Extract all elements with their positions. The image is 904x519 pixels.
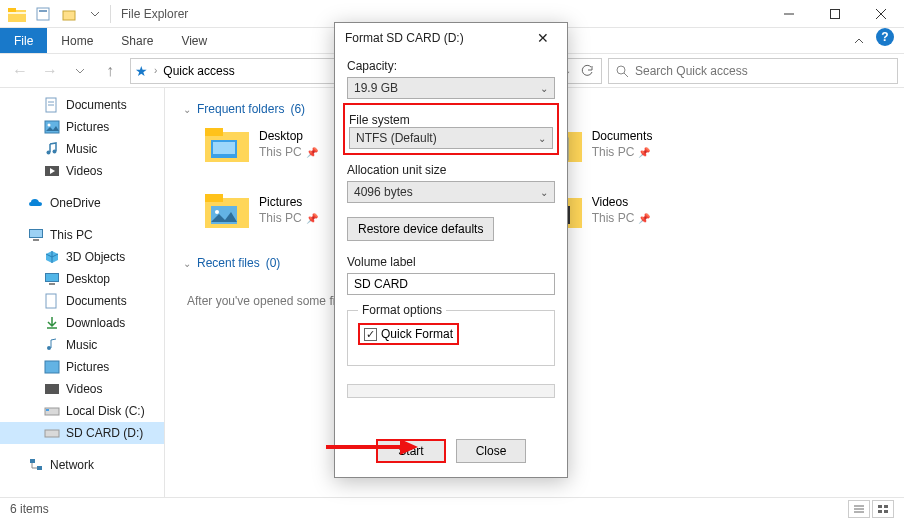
drive-icon: [44, 425, 60, 441]
section-title: Recent files: [197, 256, 260, 270]
sidebar-item-label: Network: [50, 458, 94, 472]
sidebar-item-label: Downloads: [66, 316, 125, 330]
folder-name: Pictures: [259, 195, 318, 211]
search-input[interactable]: [635, 64, 891, 78]
view-large-icons-button[interactable]: [872, 500, 894, 518]
restore-defaults-button[interactable]: Restore device defaults: [347, 217, 494, 241]
chevron-right-icon: ›: [154, 65, 157, 76]
refresh-button[interactable]: [577, 57, 597, 85]
sidebar-item-thispc[interactable]: This PC: [0, 224, 164, 246]
chevron-down-icon: ⌄: [538, 133, 546, 144]
svg-rect-4: [39, 10, 47, 12]
section-count: (6): [290, 102, 305, 116]
svg-rect-62: [878, 510, 882, 513]
sidebar-item-network[interactable]: Network: [0, 454, 164, 476]
search-icon: [615, 64, 629, 78]
pin-icon: 📌: [306, 213, 318, 224]
folder-sub: This PC: [592, 145, 635, 159]
folder-name: Desktop: [259, 129, 318, 145]
window-title: File Explorer: [121, 7, 188, 21]
sidebar-item-sd-card-d[interactable]: SD CARD (D:): [0, 422, 164, 444]
qat-new-folder-icon[interactable]: [58, 3, 80, 25]
sidebar-item-documents[interactable]: Documents: [0, 94, 164, 116]
volume-label-input[interactable]: [347, 273, 555, 295]
close-button[interactable]: Close: [456, 439, 526, 463]
pin-icon: 📌: [638, 147, 650, 158]
sidebar-item-downloads[interactable]: Downloads: [0, 312, 164, 334]
sidebar-item-label: Videos: [66, 382, 102, 396]
sidebar-item-label: Videos: [66, 164, 102, 178]
svg-rect-2: [8, 12, 26, 14]
sidebar-item-music[interactable]: Music: [0, 138, 164, 160]
folder-name: Documents: [592, 129, 653, 145]
maximize-button[interactable]: [812, 0, 858, 28]
sidebar-item-videos[interactable]: Videos: [0, 160, 164, 182]
folder-sub: This PC: [592, 211, 635, 225]
quick-access-toolbar: [32, 3, 106, 25]
sidebar-item-pc-music[interactable]: Music: [0, 334, 164, 356]
svg-rect-63: [884, 510, 888, 513]
qat-properties-icon[interactable]: [32, 3, 54, 25]
onedrive-icon: [28, 195, 44, 211]
sidebar-item-label: Documents: [66, 294, 127, 308]
sidebar-item-pc-videos[interactable]: Videos: [0, 378, 164, 400]
svg-point-28: [47, 346, 51, 350]
close-button[interactable]: [858, 0, 904, 28]
back-button[interactable]: ←: [6, 57, 34, 85]
svg-rect-7: [831, 9, 840, 18]
tab-share[interactable]: Share: [107, 28, 167, 53]
svg-point-43: [215, 210, 219, 214]
svg-rect-30: [45, 384, 59, 394]
format-options-group: Format options ✓ Quick Format: [347, 303, 555, 366]
filesystem-select[interactable]: NTFS (Default)⌄: [349, 127, 553, 149]
allocation-select[interactable]: 4096 bytes⌄: [347, 181, 555, 203]
minimize-button[interactable]: [766, 0, 812, 28]
music-icon: [44, 141, 60, 157]
explorer-icon: [8, 6, 26, 22]
sidebar-item-label: OneDrive: [50, 196, 101, 210]
sidebar-item-label: Pictures: [66, 360, 109, 374]
sidebar-item-label: SD CARD (D:): [66, 426, 143, 440]
folder-icon: [205, 192, 249, 230]
recent-locations-button[interactable]: [66, 57, 94, 85]
qat-dropdown-icon[interactable]: [84, 3, 106, 25]
up-button[interactable]: ↑: [96, 57, 124, 85]
tab-home[interactable]: Home: [47, 28, 107, 53]
tab-view[interactable]: View: [167, 28, 221, 53]
svg-rect-21: [30, 230, 42, 237]
sidebar-item-onedrive[interactable]: OneDrive: [0, 192, 164, 214]
sidebar-item-label: Desktop: [66, 272, 110, 286]
tab-file[interactable]: File: [0, 28, 47, 53]
search-box[interactable]: [608, 58, 898, 84]
folder-item-desktop[interactable]: DesktopThis PC📌: [205, 126, 318, 164]
folder-item-pictures[interactable]: PicturesThis PC📌: [205, 192, 318, 230]
sidebar-item-local-disk-c[interactable]: Local Disk (C:): [0, 400, 164, 422]
filesystem-value: NTFS (Default): [356, 131, 437, 145]
svg-rect-37: [205, 128, 223, 136]
sidebar-item-3dobjects[interactable]: 3D Objects: [0, 246, 164, 268]
svg-rect-24: [46, 274, 58, 281]
sidebar-item-desktop[interactable]: Desktop: [0, 268, 164, 290]
svg-rect-22: [33, 239, 39, 241]
quick-format-checkbox[interactable]: ✓ Quick Format: [364, 327, 453, 341]
sidebar-item-label: This PC: [50, 228, 93, 242]
svg-rect-26: [46, 294, 56, 308]
sidebar-item-pc-documents[interactable]: Documents: [0, 290, 164, 312]
forward-button[interactable]: →: [36, 57, 64, 85]
dialog-title: Format SD CARD (D:): [345, 31, 464, 45]
svg-point-10: [617, 66, 625, 74]
view-details-button[interactable]: [848, 500, 870, 518]
help-icon[interactable]: ?: [876, 28, 894, 46]
sidebar-item-pictures[interactable]: Pictures: [0, 116, 164, 138]
dialog-close-button[interactable]: ✕: [529, 27, 557, 49]
desktop-icon: [44, 271, 60, 287]
section-title: Frequent folders: [197, 102, 284, 116]
sidebar-item-label: Music: [66, 338, 97, 352]
ribbon-collapse-icon[interactable]: [846, 28, 872, 53]
capacity-select[interactable]: 19.9 GB⌄: [347, 77, 555, 99]
format-progress-bar: [347, 384, 555, 398]
3dobjects-icon: [44, 249, 60, 265]
dialog-title-bar: Format SD CARD (D:) ✕: [335, 23, 567, 53]
folder-sub: This PC: [259, 211, 302, 225]
sidebar-item-pc-pictures[interactable]: Pictures: [0, 356, 164, 378]
